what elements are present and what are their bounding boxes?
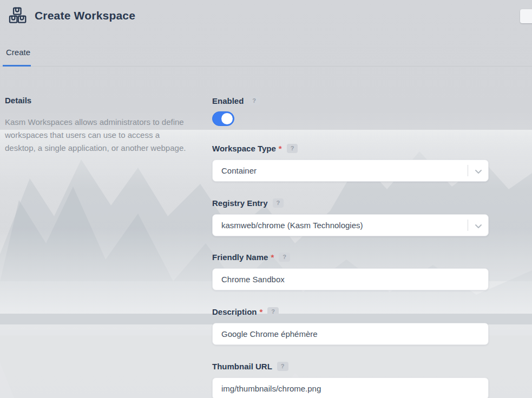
workspace-type-select[interactable]: Container [212,160,489,182]
page-header: Create Workspace [8,5,135,26]
help-icon[interactable]: ? [277,362,288,371]
field-label-text: Friendly Name [212,253,268,262]
required-asterisk: * [260,307,263,316]
help-icon[interactable]: ? [248,96,260,105]
workspace-type-label: Workspace Type * ? [212,144,489,153]
field-workspace-type: Workspace Type * ? Container [212,144,489,182]
select-divider [468,220,468,231]
field-description: Description * ? [212,307,489,345]
field-friendly-name: Friendly Name * ? [212,253,489,290]
help-icon[interactable]: ? [287,144,298,153]
field-label-text: Enabled [212,96,244,105]
tab-create[interactable]: Create [6,48,30,57]
enabled-toggle[interactable] [212,111,234,126]
field-label-text: Registry Entry [212,198,268,208]
selected-value: kasmweb/chrome (Kasm Technologies) [221,221,363,230]
field-label-text: Workspace Type [212,144,276,153]
details-heading: Details [5,96,31,105]
required-asterisk: * [271,253,274,262]
thumbnail-url-label: Thumbnail URL ? [212,362,489,371]
help-icon[interactable]: ? [279,253,290,262]
friendly-name-label: Friendly Name * ? [212,253,489,262]
selected-value: Container [221,166,257,175]
description-input[interactable] [212,323,489,345]
required-asterisk: * [279,144,282,153]
registry-entry-label: Registry Entry ? [212,198,489,208]
field-label-text: Thumbnail URL [212,362,272,371]
details-description: Kasm Workspaces allows administrators to… [5,116,192,155]
field-thumbnail-url: Thumbnail URL ? [212,362,489,398]
workspaces-boxes-icon [8,5,28,26]
field-label-text: Description [212,307,257,316]
thumbnail-url-input[interactable] [212,377,489,398]
friendly-name-input[interactable] [212,268,489,290]
help-icon[interactable]: ? [273,198,284,208]
registry-entry-select[interactable]: kasmweb/chrome (Kasm Technologies) [212,214,489,236]
page-title: Create Workspace [35,9,135,22]
description-label: Description * ? [212,307,489,316]
field-enabled: Enabled ? [212,96,489,126]
enabled-label: Enabled ? [212,96,489,105]
toggle-knob [221,113,233,124]
chevron-down-icon [474,167,483,176]
help-icon[interactable]: ? [267,307,279,316]
tabs-divider [0,66,532,67]
chevron-down-icon [474,222,483,230]
field-registry-entry: Registry Entry ? kasmweb/chrome (Kasm Te… [212,198,489,236]
top-right-partial-button[interactable] [520,9,532,23]
active-tab-underline [3,65,31,67]
select-divider [468,165,468,176]
